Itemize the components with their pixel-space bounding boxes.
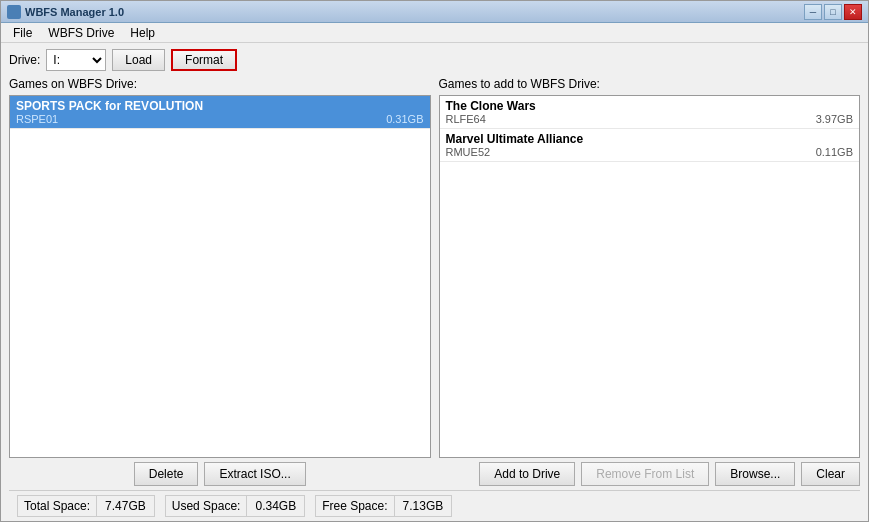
delete-button[interactable]: Delete <box>134 462 199 486</box>
close-button[interactable]: ✕ <box>844 4 862 20</box>
maximize-button[interactable]: □ <box>824 4 842 20</box>
content-area: Games on WBFS Drive: SPORTS PACK for REV… <box>1 77 868 521</box>
right-buttons: Add to Drive Remove From List Browse... … <box>439 458 861 490</box>
left-list-box[interactable]: SPORTS PACK for REVOLUTION RSPE01 0.31GB <box>9 95 431 458</box>
panels-container: Games on WBFS Drive: SPORTS PACK for REV… <box>9 77 860 490</box>
right-item-title-0: The Clone Wars <box>446 99 854 113</box>
app-icon <box>7 5 21 19</box>
left-panel-label: Games on WBFS Drive: <box>9 77 431 91</box>
add-to-drive-button[interactable]: Add to Drive <box>479 462 575 486</box>
remove-from-list-button[interactable]: Remove From List <box>581 462 709 486</box>
right-list-item-0[interactable]: The Clone Wars RLFE64 3.97GB <box>440 96 860 129</box>
used-space-value: 0.34GB <box>246 495 305 517</box>
extract-iso-button[interactable]: Extract ISO... <box>204 462 305 486</box>
right-item-size-1: 0.11GB <box>816 146 853 158</box>
title-bar: WBFS Manager 1.0 ─ □ ✕ <box>1 1 868 23</box>
toolbar: Drive: I: Load Format <box>1 43 868 77</box>
menu-bar: File WBFS Drive Help <box>1 23 868 43</box>
total-space-value: 7.47GB <box>96 495 155 517</box>
left-item-size-0: 0.31GB <box>386 113 423 125</box>
total-space-label: Total Space: <box>17 495 97 517</box>
drive-select[interactable]: I: <box>46 49 106 71</box>
minimize-button[interactable]: ─ <box>804 4 822 20</box>
used-space-label: Used Space: <box>165 495 248 517</box>
free-space-value: 7.13GB <box>394 495 453 517</box>
right-item-id-0: RLFE64 <box>446 113 486 125</box>
right-item-size-0: 3.97GB <box>816 113 853 125</box>
drive-label: Drive: <box>9 53 40 67</box>
right-list-item-1[interactable]: Marvel Ultimate Alliance RMUE52 0.11GB <box>440 129 860 162</box>
total-space-item: Total Space: 7.47GB <box>17 495 155 517</box>
window-controls: ─ □ ✕ <box>804 4 862 20</box>
right-panel-label: Games to add to WBFS Drive: <box>439 77 861 91</box>
window-title: WBFS Manager 1.0 <box>25 6 124 18</box>
left-item-id-0: RSPE01 <box>16 113 58 125</box>
menu-file[interactable]: File <box>5 24 40 42</box>
clear-button[interactable]: Clear <box>801 462 860 486</box>
left-buttons: Delete Extract ISO... <box>9 458 431 490</box>
browse-button[interactable]: Browse... <box>715 462 795 486</box>
right-list-box[interactable]: The Clone Wars RLFE64 3.97GB Marvel Ulti… <box>439 95 861 458</box>
left-list-item-0[interactable]: SPORTS PACK for REVOLUTION RSPE01 0.31GB <box>10 96 430 129</box>
left-section: Games on WBFS Drive: SPORTS PACK for REV… <box>9 77 431 490</box>
format-button[interactable]: Format <box>171 49 237 71</box>
used-space-item: Used Space: 0.34GB <box>165 495 305 517</box>
right-section: Games to add to WBFS Drive: The Clone Wa… <box>439 77 861 490</box>
left-item-title-0: SPORTS PACK for REVOLUTION <box>16 99 424 113</box>
menu-help[interactable]: Help <box>122 24 163 42</box>
right-item-title-1: Marvel Ultimate Alliance <box>446 132 854 146</box>
right-item-id-1: RMUE52 <box>446 146 491 158</box>
free-space-item: Free Space: 7.13GB <box>315 495 452 517</box>
free-space-label: Free Space: <box>315 495 394 517</box>
load-button[interactable]: Load <box>112 49 165 71</box>
main-window: WBFS Manager 1.0 ─ □ ✕ File WBFS Drive H… <box>0 0 869 522</box>
status-bar: Total Space: 7.47GB Used Space: 0.34GB F… <box>9 490 860 521</box>
menu-wbfs-drive[interactable]: WBFS Drive <box>40 24 122 42</box>
